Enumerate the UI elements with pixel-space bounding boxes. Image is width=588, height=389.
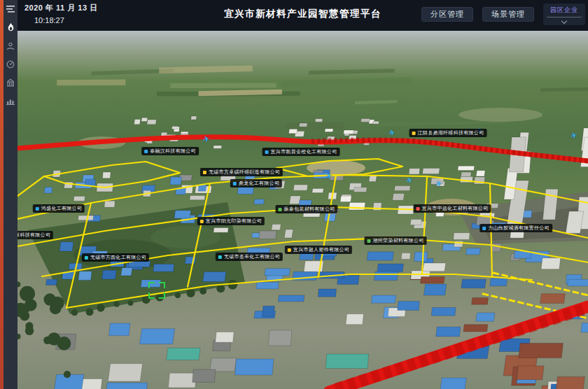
company-marker-icon bbox=[200, 220, 204, 223]
company-label[interactable]: 宜兴市凯普金橙化工有限公司 bbox=[262, 148, 340, 156]
company-name: 无锡市圣丰化工有限公司 bbox=[224, 254, 280, 260]
gauge-icon[interactable] bbox=[4, 59, 18, 70]
header-bar: 2020 年 11 月 13 日 10:18:27 宜兴市新材料产业园智慧管理平… bbox=[18, 0, 588, 31]
park-enterprise-dropdown[interactable]: 园区企业 bbox=[543, 3, 585, 25]
company-name: 无锡市方卓碳纤维织造有限公司 bbox=[209, 169, 280, 175]
user-icon[interactable] bbox=[4, 41, 18, 52]
chevron-down-icon bbox=[562, 19, 567, 24]
company-name: 江阴县鼎湖纤维科技有限公司 bbox=[418, 130, 484, 136]
header-actions: 分区管理 场景管理 园区企业 bbox=[421, 3, 585, 25]
menu-icon[interactable] bbox=[4, 3, 18, 15]
company-label[interactable]: 鸿盛化工有限公司 bbox=[33, 204, 85, 213]
company-name: 宜兴市阳光印染有限公司 bbox=[206, 218, 262, 224]
company-name: 泰融汉科技有限公司 bbox=[150, 148, 196, 154]
company-marker-icon bbox=[368, 239, 371, 243]
company-marker-icon bbox=[288, 248, 291, 252]
company-name: 振泰包装材料有限公司 bbox=[284, 206, 335, 212]
company-name: 宜兴市超人塑件有限公司 bbox=[293, 247, 349, 253]
company-marker-icon bbox=[279, 208, 282, 211]
company-marker-icon bbox=[218, 255, 222, 259]
company-label[interactable]: 江阴县鼎湖纤维科技有限公司 bbox=[410, 129, 487, 137]
company-name: 鸿盛化工有限公司 bbox=[41, 206, 82, 211]
company-label[interactable]: 力山白胶城酒有限责任公司 bbox=[479, 224, 552, 232]
company-label[interactable]: 振泰包装材料有限公司 bbox=[276, 205, 338, 213]
company-marker-icon bbox=[36, 207, 39, 211]
company-marker-icon bbox=[203, 171, 206, 174]
company-name: 鼎龙化工有限公司 bbox=[239, 181, 279, 186]
company-label[interactable]: 泰融汉科技有限公司 bbox=[141, 147, 199, 155]
sidebar bbox=[4, 0, 18, 389]
company-label[interactable]: 无锡市圣丰化工有限公司 bbox=[216, 253, 283, 261]
company-label[interactable]: 无锡市方卓碳纤维织造有限公司 bbox=[200, 168, 283, 176]
company-name: 宜兴市中远化工材料有限公司 bbox=[422, 206, 489, 211]
company-label[interactable]: 无锡市方圆化工有限公司 bbox=[82, 253, 149, 262]
company-name: 环保科技有限公司 bbox=[18, 232, 50, 238]
company-name: 力山白胶城酒有限责任公司 bbox=[488, 225, 550, 231]
company-label[interactable]: 鼎龙化工有限公司 bbox=[230, 179, 282, 188]
scene-management-button[interactable]: 场景管理 bbox=[482, 7, 534, 22]
company-label[interactable]: 宜兴市阳光印染有限公司 bbox=[197, 217, 265, 225]
company-label[interactable]: 潮州荣染材料有限公司 bbox=[365, 236, 427, 245]
company-marker-icon bbox=[412, 132, 416, 135]
company-marker-icon bbox=[416, 207, 420, 211]
company-label[interactable]: 宜兴市超人塑件有限公司 bbox=[285, 246, 352, 254]
building-icon[interactable] bbox=[4, 77, 18, 88]
company-name: 潮州荣染材料有限公司 bbox=[373, 238, 424, 243]
company-label[interactable]: 宜兴市中远化工材料有限公司 bbox=[414, 204, 491, 213]
company-label[interactable]: 环保科技有限公司 bbox=[18, 231, 53, 239]
company-marker-icon bbox=[85, 256, 88, 260]
zone-management-button[interactable]: 分区管理 bbox=[421, 7, 473, 22]
bar-chart-icon[interactable] bbox=[4, 95, 18, 106]
park-enterprise-label: 园区企业 bbox=[547, 6, 582, 17]
map-3d-view[interactable]: 泰融汉科技有限公司宜兴市凯普金橙化工有限公司无锡市方卓碳纤维织造有限公司鼎龙化工… bbox=[18, 31, 588, 389]
company-marker-icon bbox=[482, 227, 486, 230]
selection-reticle bbox=[148, 282, 165, 299]
company-marker-icon bbox=[144, 150, 148, 153]
company-name: 宜兴市凯普金橙化工有限公司 bbox=[271, 149, 337, 155]
fire-icon[interactable] bbox=[4, 22, 18, 33]
accent-stripe bbox=[0, 0, 4, 389]
company-marker-icon bbox=[265, 150, 269, 154]
company-marker-icon bbox=[233, 182, 237, 185]
company-name: 无锡市方圆化工有限公司 bbox=[90, 255, 146, 260]
